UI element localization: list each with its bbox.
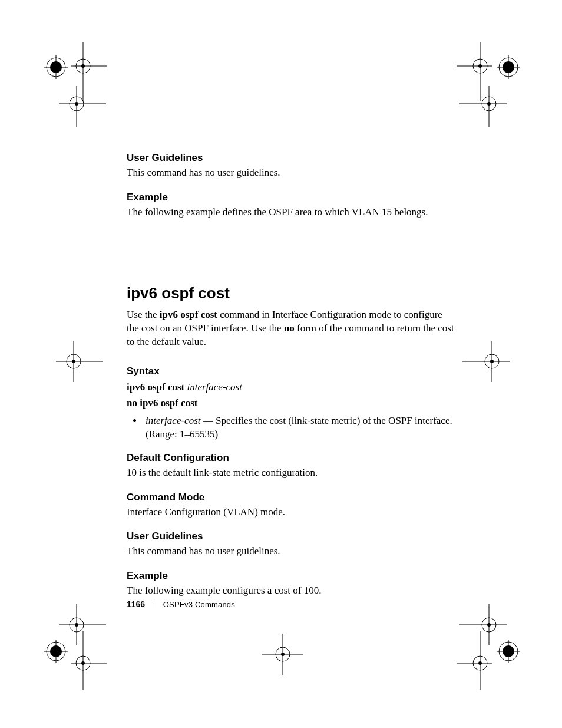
svg-point-39 [75,623,78,627]
svg-point-59 [478,661,482,665]
svg-point-48 [499,642,518,661]
body-text: 10 is the default link-state metric conf… [127,466,457,480]
document-page: User Guidelines This command has no user… [0,0,562,728]
crop-mark-icon [462,341,510,382]
svg-point-12 [499,58,518,77]
svg-point-10 [70,97,84,111]
svg-point-11 [75,102,78,106]
svg-point-58 [473,656,487,670]
svg-point-30 [485,354,499,368]
heading-command-mode: Command Mode [127,492,457,503]
registration-mark-icon [497,55,520,79]
registration-mark-icon [44,55,68,79]
svg-point-38 [70,618,84,632]
svg-point-1 [50,61,62,73]
syntax-line: no ipv6 ospf cost [127,396,457,411]
parameter-list: interface-cost — Specifies the cost (lin… [127,414,457,442]
page-number: 1166 [127,599,145,609]
svg-point-27 [72,360,75,363]
body-text: Use the ipv6 ospf cost command in Interf… [127,308,457,349]
crop-mark-icon [71,631,107,690]
svg-point-54 [482,618,496,632]
command-name: ipv6 ospf cost [160,309,217,320]
svg-point-32 [47,642,65,661]
crop-mark-icon [262,634,303,675]
svg-point-22 [482,97,496,111]
heading-default-configuration: Default Configuration [127,452,457,464]
svg-point-18 [473,59,487,73]
footer-divider: | [153,599,155,609]
svg-point-0 [47,58,65,77]
registration-mark-icon [44,640,68,663]
svg-point-23 [487,102,491,106]
syntax-line: ipv6 ospf cost interface-cost [127,380,457,395]
svg-point-6 [76,59,90,73]
parameter-item: interface-cost — Specifies the cost (lin… [143,414,457,442]
svg-point-7 [81,64,85,68]
svg-point-46 [276,647,290,661]
page-content: User Guidelines This command has no user… [127,152,457,610]
crop-mark-icon [71,42,107,101]
body-text: Interface Configuration (VLAN) mode. [127,506,457,519]
body-text: The following example defines the OSPF a… [127,206,457,219]
heading-example: Example [127,570,457,582]
syntax-command: ipv6 ospf cost [127,381,187,393]
registration-mark-icon [497,640,520,663]
keyword-no: no [284,322,295,334]
parameter-name: interface-cost [146,415,200,426]
svg-point-55 [487,623,491,627]
text-fragment: — [200,415,216,426]
page-footer: 1166 | OSPFv3 Commands [127,599,235,609]
svg-point-26 [67,354,81,368]
crop-mark-icon [59,604,106,645]
crop-mark-icon [459,604,507,645]
heading-example: Example [127,192,457,203]
heading-command: ipv6 ospf cost [127,284,457,302]
svg-point-13 [503,61,514,73]
heading-syntax: Syntax [127,365,457,377]
crop-mark-icon [56,341,103,382]
body-text: This command has no user guidelines. [127,166,457,180]
svg-point-42 [76,656,90,670]
body-text: This command has no user guidelines. [127,545,457,558]
crop-mark-icon [59,86,106,127]
text-fragment: Use the [127,309,160,320]
svg-point-19 [478,64,482,68]
svg-point-31 [490,360,494,363]
svg-point-33 [50,645,62,657]
footer-section-name: OSPFv3 Commands [163,600,235,609]
crop-mark-icon [457,631,492,690]
heading-user-guidelines: User Guidelines [127,531,457,542]
syntax-argument: interface-cost [187,381,242,393]
svg-point-49 [503,645,514,657]
svg-point-47 [281,653,285,656]
body-text: The following example configures a cost … [127,584,457,598]
crop-mark-icon [457,42,492,101]
crop-mark-icon [459,86,507,127]
heading-user-guidelines: User Guidelines [127,152,457,164]
svg-point-43 [81,661,85,665]
